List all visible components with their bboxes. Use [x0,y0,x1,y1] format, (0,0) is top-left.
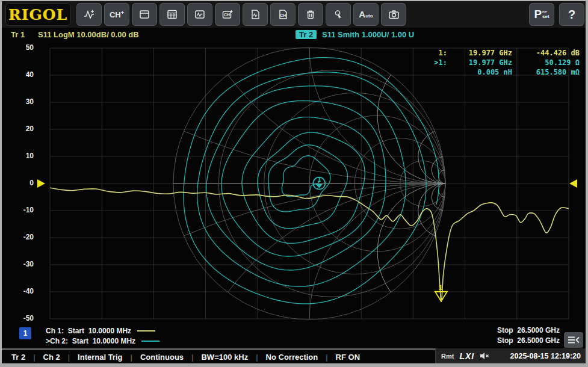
stop-frequency-info: Stop 26.5000 GHzStop 26.5000 GHz [497,325,560,346]
help-button[interactable]: ? [559,3,584,26]
y-tick-label: -50 [7,314,34,322]
status-item[interactable]: BW=100 kHz [193,353,256,362]
trace1-format[interactable]: S11 LogM 10.00dB/ 0.00 dB [38,30,139,39]
datetime: 2025-08-15 12:19:20 [510,352,581,360]
trace2-badge[interactable]: Tr 2 [296,30,317,39]
stop-frequency: Stop 26.5000 GHz [497,325,560,336]
toolbar: RIGOL CH+CHCHAuto P re set ? [2,1,586,28]
trace2-format[interactable]: S11 Smith 1.000U/ 1.00 U [322,30,414,39]
trace1-badge[interactable]: Tr 1 [11,30,25,39]
status-item[interactable]: Ch 2 [36,353,68,362]
y-tick-label: -30 [7,260,34,268]
svg-text:CH: CH [224,13,230,17]
camera-icon [388,8,400,20]
y-tick-label: -10 [7,206,34,214]
window-trace-button[interactable] [187,3,212,26]
toolbar-buttons: CH+CHCHAuto [76,3,406,26]
marker-readout: 1:19.977 GHz-44.426 dB>1:19.977 GHz50.12… [427,48,580,77]
channel-info: 1 Ch 1: Start 10.0000 MHz>Ch 2: Start 10… [18,325,159,346]
status-item[interactable]: Internal Trig [70,353,130,362]
touch-button[interactable] [326,3,351,26]
speaker-muted-icon[interactable] [480,352,489,360]
marker-readout-row: >1:19.977 GHz50.129 Ω [427,58,580,67]
y-tick-label: 20 [7,125,34,133]
trash-icon [305,8,317,20]
preset-button[interactable]: P re set [529,3,554,26]
window-channel-icon: CH [221,8,234,20]
ref-level-triangle-left [37,179,45,188]
auto-icon: Auto [359,9,373,20]
save-channel-file-button[interactable]: CH [270,3,296,26]
channel-info-row[interactable]: Ch 1: Start 10.0000 MHz [46,325,159,336]
ref-level-triangle-right [569,179,577,188]
stop-frequency: Stop 26.5000 GHz [497,336,560,346]
y-tick-label: 10 [7,152,34,160]
window-channel-add-button[interactable]: CH [215,3,240,26]
marker-readout-row: 1:19.977 GHz-44.426 dB [427,48,580,58]
status-bar-right: Rmt LXI 2025-08-15 12:19:20 [435,348,586,363]
window-layout-button[interactable] [132,3,157,26]
delete-button[interactable] [298,3,323,26]
tr2-marker: 1 [313,176,325,190]
channel-add-button[interactable]: CH+ [104,3,129,26]
svg-text:1: 1 [317,176,321,183]
y-tick-label: -40 [7,287,34,295]
svg-text:CH: CH [280,13,286,17]
rigol-logo: RIGOL [5,3,70,26]
window-trace-icon [194,8,206,20]
status-item[interactable]: No Correction [258,353,326,362]
toolbar-right: P re set ? [529,3,584,26]
marker-readout-row: 0.005 nH615.580 mΩ [427,67,580,77]
screenshot-button[interactable] [381,3,406,26]
display-table-button[interactable] [159,3,185,26]
y-tick-label: 40 [7,70,34,79]
lxi-logo: LXI [459,351,474,361]
vna-screen: RIGOL CH+CHCHAuto P re set ? 11 Tr 1 S11… [0,0,588,367]
touch-icon [332,8,344,20]
trace-add-button[interactable] [76,3,102,26]
trace-add-icon [82,8,96,20]
save-trace-file-button[interactable] [243,3,268,26]
channel-info-row[interactable]: >Ch 2: Start 10.0000 MHz [46,336,159,346]
menu-expand-button[interactable] [564,332,583,348]
status-item[interactable]: Continuous [132,353,191,362]
file-channel-icon: CH [277,8,289,20]
file-trace-icon [249,8,261,20]
smith-trace [184,58,439,304]
display-table-icon [166,8,178,20]
status-item[interactable]: Tr 2 [11,353,33,362]
auto-scale-button[interactable]: Auto [353,3,379,26]
status-bar: Tr 2|Ch 2|Internal Trig|Continuous|BW=10… [2,348,586,363]
y-tick-label: 30 [7,97,34,106]
svg-text:1: 1 [439,284,442,291]
window-number-badge[interactable]: 1 [19,327,31,339]
menu-collapse-icon [566,335,581,345]
window-layout-icon [138,8,150,20]
y-tick-label: -20 [7,233,34,241]
trace-annotation-bar: Tr 1 S11 LogM 10.00dB/ 0.00 dB Tr 2 S11 … [2,30,586,42]
status-item[interactable]: RF ON [328,353,368,362]
y-tick-label: 50 [7,43,34,52]
y-tick-label: 0 [7,179,34,187]
remote-indicator: Rmt [441,353,454,360]
